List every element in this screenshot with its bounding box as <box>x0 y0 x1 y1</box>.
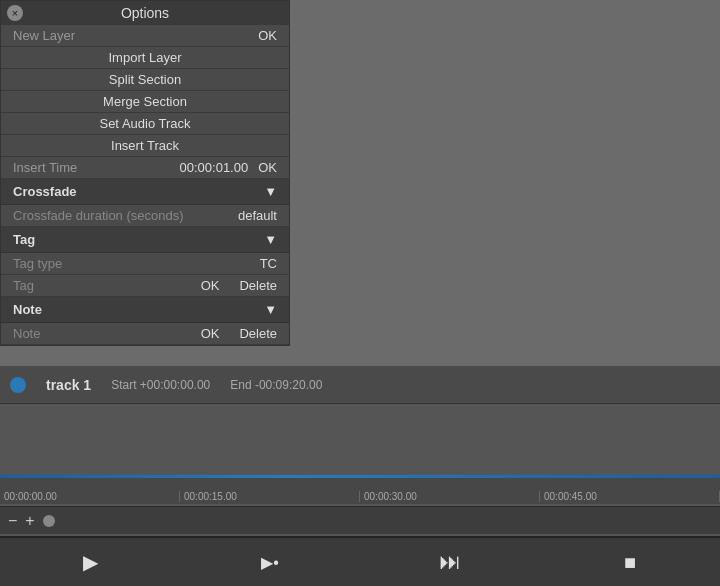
tag-section-header[interactable]: Tag ▼ <box>1 227 289 253</box>
tag-ok-button[interactable]: OK <box>201 278 220 293</box>
merge-section-label: Merge Section <box>103 94 187 109</box>
main-background <box>290 0 720 366</box>
timeline-area: track 1 Start +00:00:00.00 End -00:09:20… <box>0 366 720 586</box>
track-indicator <box>10 377 26 393</box>
insert-time-label: Insert Time <box>13 160 77 175</box>
note-delete-button[interactable]: Delete <box>239 326 277 341</box>
ruler-tick-0: 00:00:00.00 <box>0 491 180 502</box>
tag-arrow-icon: ▼ <box>264 232 277 247</box>
close-icon: × <box>12 7 18 19</box>
track-header: track 1 Start +00:00:00.00 End -00:09:20… <box>0 366 720 404</box>
import-layer-item[interactable]: Import Layer <box>1 47 289 69</box>
crossfade-section-header[interactable]: Crossfade ▼ <box>1 179 289 205</box>
track-start: Start +00:00:00.00 <box>111 378 210 392</box>
ruler-tick-2: 00:00:30.00 <box>360 491 540 502</box>
set-audio-track-item[interactable]: Set Audio Track <box>1 113 289 135</box>
ruler-tick-3: 00:00:45.00 <box>540 491 720 502</box>
new-layer-label: New Layer <box>13 28 75 43</box>
tag-type-value: TC <box>260 256 277 271</box>
tag-actions-row: Tag OK Delete <box>1 275 289 297</box>
split-section-item[interactable]: Split Section <box>1 69 289 91</box>
play-next-button[interactable]: ▶• <box>252 544 288 580</box>
insert-track-label: Insert Track <box>111 138 179 153</box>
ruler-tick-1: 00:00:15.00 <box>180 491 360 502</box>
split-section-label: Split Section <box>109 72 181 87</box>
close-button[interactable]: × <box>7 5 23 21</box>
crossfade-arrow-icon: ▼ <box>264 184 277 199</box>
note-field-label: Note <box>13 326 40 341</box>
options-panel: × Options New Layer OK Import Layer Spli… <box>0 0 290 346</box>
insert-time-value: 00:00:01.00 <box>180 160 249 175</box>
crossfade-label: Crossfade <box>13 184 77 199</box>
timeline-ruler: 00:00:00.00 00:00:15.00 00:00:30.00 00:0… <box>0 478 720 504</box>
note-actions-row: Note OK Delete <box>1 323 289 345</box>
tag-delete-button[interactable]: Delete <box>239 278 277 293</box>
stop-button[interactable]: ■ <box>612 544 648 580</box>
tag-type-label: Tag type <box>13 256 62 271</box>
skip-button[interactable]: ⏭ <box>432 544 468 580</box>
import-layer-label: Import Layer <box>109 50 182 65</box>
skip-icon: ⏭ <box>439 549 461 575</box>
play-next-icon: ▶• <box>261 553 279 572</box>
note-ok-button[interactable]: OK <box>201 326 220 341</box>
tag-label: Tag <box>13 232 35 247</box>
insert-track-item[interactable]: Insert Track <box>1 135 289 157</box>
tag-field-label: Tag <box>13 278 34 293</box>
crossfade-duration-label: Crossfade duration (seconds) <box>13 208 184 223</box>
crossfade-duration-row: Crossfade duration (seconds) default <box>1 205 289 227</box>
merge-section-item[interactable]: Merge Section <box>1 91 289 113</box>
zoom-out-button[interactable]: − <box>8 513 17 529</box>
track-name: track 1 <box>46 377 91 393</box>
note-label: Note <box>13 302 42 317</box>
zoom-in-button[interactable]: + <box>25 513 34 529</box>
track-end: End -00:09:20.00 <box>230 378 322 392</box>
zoom-row: − + <box>0 506 720 534</box>
options-titlebar: × Options <box>1 1 289 25</box>
transport-bar: ▶ ▶• ⏭ ■ <box>0 536 720 586</box>
insert-time-row: Insert Time 00:00:01.00 OK <box>1 157 289 179</box>
note-arrow-icon: ▼ <box>264 302 277 317</box>
note-section-header[interactable]: Note ▼ <box>1 297 289 323</box>
play-button[interactable]: ▶ <box>72 544 108 580</box>
set-audio-track-label: Set Audio Track <box>99 116 190 131</box>
tag-type-row: Tag type TC <box>1 253 289 275</box>
options-title: Options <box>121 5 169 21</box>
insert-time-ok-button[interactable]: OK <box>258 160 277 175</box>
crossfade-duration-value: default <box>238 208 277 223</box>
new-layer-ok-button[interactable]: OK <box>258 28 277 43</box>
zoom-slider-dot[interactable] <box>43 515 55 527</box>
new-layer-row: New Layer OK <box>1 25 289 47</box>
